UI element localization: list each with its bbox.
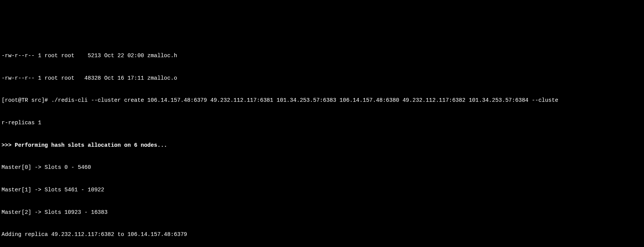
ls-line: -rw-r--r-- 1 root root 48328 Oct 16 17:1… xyxy=(2,75,642,82)
status-heading: >>> Performing hash slots allocation on … xyxy=(2,142,642,149)
ls-line: -rw-r--r-- 1 root root 5213 Oct 22 02:00… xyxy=(2,52,642,60)
command-line: [root@TR src]# ./redis-cli --cluster cre… xyxy=(2,97,642,104)
command-line: r-replicas 1 xyxy=(2,119,642,127)
master-slots: Master[1] -> Slots 5461 - 10922 xyxy=(2,186,642,194)
master-slots: Master[2] -> Slots 10923 - 16383 xyxy=(2,209,642,217)
prompt: [root@TR src]# xyxy=(2,97,51,103)
command-text: ./redis-cli --cluster create 106.14.157.… xyxy=(51,97,558,103)
terminal[interactable]: -rw-r--r-- 1 root root 5213 Oct 22 02:00… xyxy=(0,37,644,247)
replica-assign: Adding replica 49.232.112.117:6382 to 10… xyxy=(2,231,642,239)
master-slots: Master[0] -> Slots 0 - 5460 xyxy=(2,164,642,172)
